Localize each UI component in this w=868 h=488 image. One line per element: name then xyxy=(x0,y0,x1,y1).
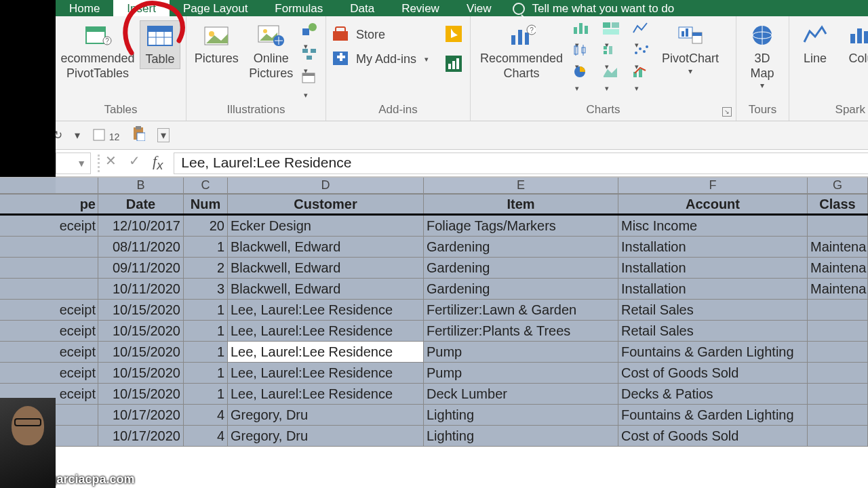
qat-customize[interactable]: ▾ xyxy=(157,128,170,142)
cell[interactable]: 10/15/2020 xyxy=(98,300,184,320)
scatter-chart-button[interactable] xyxy=(632,43,652,58)
cell[interactable]: eceipt xyxy=(56,342,98,362)
cell[interactable]: 4 xyxy=(184,405,228,425)
cell[interactable]: 20 xyxy=(184,216,228,236)
cell[interactable]: 1 xyxy=(184,384,228,404)
tab-tell-me[interactable]: Tell me what you want to do xyxy=(505,0,688,16)
cell[interactable]: 1 xyxy=(184,363,228,383)
cell[interactable]: eceipt xyxy=(56,321,98,341)
cell[interactable] xyxy=(808,384,868,404)
cell[interactable] xyxy=(56,405,98,425)
online-pictures-button[interactable]: Online Pictures xyxy=(247,20,296,82)
tab-insert[interactable]: Insert xyxy=(113,0,170,16)
hdr-num[interactable]: Num xyxy=(184,195,228,214)
cell[interactable]: Maintena xyxy=(808,237,868,257)
cell[interactable]: Gardening xyxy=(424,279,618,299)
cell[interactable]: Pump xyxy=(424,342,618,362)
sparkline-line-button[interactable]: Line xyxy=(795,20,835,68)
bar-chart-button[interactable] xyxy=(572,22,593,37)
table-button[interactable]: Table xyxy=(140,20,180,69)
cell[interactable]: 08/11/2020 xyxy=(98,237,184,257)
cell[interactable]: Retail Sales xyxy=(618,321,808,341)
cell[interactable]: Lee, Laurel:Lee Residence xyxy=(228,384,424,404)
3d-map-button[interactable]: 3D Map ▾ xyxy=(742,20,783,92)
sparkline-column-button[interactable]: Colu xyxy=(841,20,868,68)
screenshot-button[interactable] xyxy=(301,70,320,88)
cell[interactable]: Retail Sales xyxy=(618,300,808,320)
hdr-class[interactable]: Class xyxy=(808,195,868,214)
cancel-formula-button[interactable]: ✕ xyxy=(105,152,117,173)
store-button[interactable]: Store xyxy=(332,26,385,43)
recommended-charts-button[interactable]: ? Recommended Charts xyxy=(476,20,567,82)
cell[interactable]: eceipt xyxy=(56,384,98,404)
bing-maps-addin-button[interactable] xyxy=(446,26,465,43)
cell[interactable]: Lee, Laurel:Lee Residence xyxy=(228,321,424,341)
cell[interactable]: Fountains & Garden Lighting xyxy=(618,405,808,425)
cell[interactable] xyxy=(808,426,868,446)
cell[interactable]: Misc Income xyxy=(618,216,808,236)
hdr-item[interactable]: Item xyxy=(424,195,618,214)
cell[interactable]: 1 xyxy=(184,237,228,257)
pictures-button[interactable]: Pictures xyxy=(192,20,241,68)
people-graph-addin-button[interactable] xyxy=(446,56,465,73)
my-addins-button[interactable]: My Add-ins xyxy=(332,50,429,68)
cell[interactable]: Installation xyxy=(618,237,808,257)
cell[interactable]: 10/15/2020 xyxy=(98,342,184,362)
combo-chart-button[interactable] xyxy=(632,65,652,80)
tab-data[interactable]: Data xyxy=(336,0,388,16)
cell[interactable]: 10/17/2020 xyxy=(98,405,184,425)
cell[interactable]: Installation xyxy=(618,279,808,299)
statistic-chart-button[interactable] xyxy=(572,43,593,58)
column-header-g[interactable]: G xyxy=(808,178,868,193)
formula-input[interactable]: Lee, Laurel:Lee Residence xyxy=(174,152,868,174)
cell[interactable]: Cost of Goods Sold xyxy=(618,363,808,383)
column-header-e[interactable]: E xyxy=(424,178,618,193)
column-header-d[interactable]: D xyxy=(228,178,424,193)
tab-view[interactable]: View xyxy=(453,0,505,16)
tab-page-layout[interactable]: Page Layout xyxy=(170,0,261,16)
column-chart-button[interactable] xyxy=(602,43,623,58)
cell[interactable]: Fertilizer:Plants & Trees xyxy=(424,321,618,341)
cell[interactable] xyxy=(808,300,868,320)
cell[interactable]: Gardening xyxy=(424,237,618,257)
cell[interactable]: Gregory, Dru xyxy=(228,426,424,446)
tab-formulas[interactable]: Formulas xyxy=(261,0,336,16)
cell[interactable]: Maintena xyxy=(808,279,868,299)
column-header-f[interactable]: F xyxy=(618,178,808,193)
cell[interactable]: eceipt xyxy=(56,300,98,320)
cell[interactable]: eceipt xyxy=(56,363,98,383)
cell[interactable] xyxy=(56,426,98,446)
cell[interactable]: 10/11/2020 xyxy=(98,279,184,299)
cell[interactable] xyxy=(56,279,98,299)
cell[interactable]: Maintena xyxy=(808,258,868,278)
cell[interactable] xyxy=(808,405,868,425)
cell[interactable]: 10/15/2020 xyxy=(98,384,184,404)
hdr-type[interactable]: pe xyxy=(56,195,98,214)
cell[interactable]: Lee, Laurel:Lee Residence xyxy=(228,300,424,320)
font-size-indicator[interactable]: 12 xyxy=(92,127,119,142)
paste-button[interactable] xyxy=(132,126,145,144)
cell[interactable] xyxy=(808,342,868,362)
charts-dialog-launcher[interactable]: ↘ xyxy=(722,107,732,117)
surface-chart-button[interactable] xyxy=(602,65,623,80)
cell[interactable]: 4 xyxy=(184,426,228,446)
cell[interactable]: Cost of Goods Sold xyxy=(618,426,808,446)
cell[interactable] xyxy=(808,321,868,341)
cell[interactable]: Lighting xyxy=(424,426,618,446)
name-box[interactable]: ▼ xyxy=(56,152,91,174)
column-header-a[interactable] xyxy=(56,178,98,193)
cell[interactable]: 10/17/2020 xyxy=(98,426,184,446)
cell[interactable]: 3 xyxy=(184,279,228,299)
cell[interactable]: 10/15/2020 xyxy=(98,363,184,383)
pie-chart-button[interactable] xyxy=(572,65,593,80)
cell[interactable]: 1 xyxy=(184,321,228,341)
column-header-b[interactable]: B xyxy=(98,178,184,193)
cell[interactable]: eceipt xyxy=(56,216,98,236)
cell[interactable]: Foliage Tags/Markers xyxy=(424,216,618,236)
cell[interactable]: Deck Lumber xyxy=(424,384,618,404)
cell[interactable]: Decks & Patios xyxy=(618,384,808,404)
cell[interactable]: Fountains & Garden Lighting xyxy=(618,342,808,362)
cell[interactable]: Gregory, Dru xyxy=(228,405,424,425)
recommended-pivottables-button[interactable]: ? ecommended PivotTables xyxy=(61,20,134,82)
cell[interactable]: Installation xyxy=(618,258,808,278)
